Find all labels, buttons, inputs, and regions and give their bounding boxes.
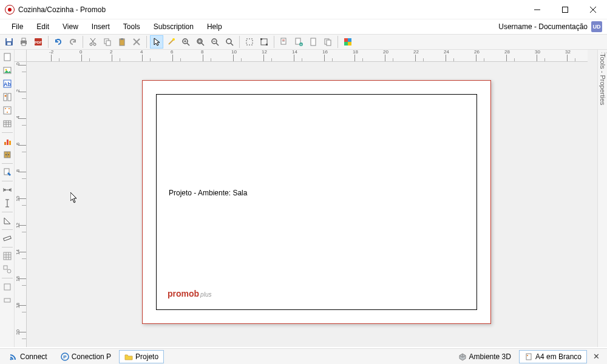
- tool-dim-v-button[interactable]: [1, 197, 13, 209]
- zoom-in-button[interactable]: [179, 35, 192, 49]
- svg-rect-36: [246, 39, 253, 45]
- paste-button[interactable]: [115, 35, 129, 49]
- tool-shapes-button[interactable]: [1, 263, 13, 275]
- page-new-button[interactable]: +: [292, 35, 305, 49]
- tool-col3-button[interactable]: [1, 104, 13, 116]
- minimize-button[interactable]: [523, 0, 551, 19]
- save-icon: [4, 37, 14, 47]
- vertical-ruler[interactable]: [15, 62, 27, 347]
- maximize-button[interactable]: [551, 0, 579, 19]
- menu-tools[interactable]: Tools: [117, 20, 147, 33]
- image-icon: [2, 66, 12, 75]
- svg-rect-9: [22, 43, 25, 46]
- status-tab-label: Ambiente 3D: [469, 352, 511, 361]
- svg-rect-72: [9, 141, 11, 145]
- svg-rect-51: [344, 42, 348, 46]
- tool-table-button[interactable]: [1, 118, 13, 130]
- logo-main: promob: [168, 289, 199, 298]
- pdf-icon: PDF: [33, 37, 43, 47]
- right-panel[interactable]: ⋮ Tools - Properties: [597, 50, 607, 347]
- status-tab-projeto[interactable]: Projeto: [119, 350, 164, 363]
- page-boundary[interactable]: Projeto - Ambiente: Sala promobplus: [142, 80, 491, 324]
- zoom-button[interactable]: [223, 35, 236, 49]
- canvas-area[interactable]: Projeto - Ambiente: Sala promobplus: [27, 62, 588, 347]
- close-button[interactable]: [579, 0, 607, 19]
- status-tab-connect[interactable]: Connect: [4, 350, 53, 363]
- menu-insert[interactable]: Insert: [85, 20, 117, 33]
- color-swatch-button[interactable]: [341, 35, 354, 49]
- window-controls: [523, 0, 607, 19]
- username-label: Username - Documentação: [498, 22, 588, 31]
- tool-col2-button[interactable]: [1, 91, 13, 103]
- svg-point-60: [4, 95, 6, 97]
- tool-edit-button[interactable]: [1, 166, 13, 178]
- undo-button[interactable]: [52, 35, 65, 49]
- page-content[interactable]: Projeto - Ambiente: Sala promobplus: [156, 94, 477, 310]
- dim-h-icon: [2, 185, 12, 195]
- user-badge[interactable]: UD: [591, 21, 602, 32]
- page-icon: [2, 52, 12, 62]
- toolbar-separator: [146, 36, 147, 48]
- pdf-button[interactable]: PDF: [32, 35, 45, 49]
- tool-ruler-button[interactable]: [1, 232, 13, 244]
- tool-shape1-button[interactable]: [1, 281, 13, 293]
- delete-icon: [132, 37, 141, 47]
- tool-grid-button[interactable]: [1, 250, 13, 262]
- frame-sel-button[interactable]: [257, 35, 271, 49]
- status-tab-ambiente-3d[interactable]: Ambiente 3D: [453, 350, 517, 363]
- menu-edit[interactable]: Edit: [30, 20, 56, 33]
- svg-rect-1: [563, 7, 568, 12]
- right-panel-label: Tools - Properties: [599, 53, 606, 106]
- tool-image-button[interactable]: [1, 64, 13, 76]
- save-button[interactable]: [2, 35, 16, 49]
- svg-rect-19: [121, 38, 123, 40]
- copy-button[interactable]: [101, 35, 114, 49]
- pointer-button[interactable]: [150, 35, 163, 49]
- svg-rect-46: [311, 38, 316, 46]
- zoom-fit-icon: [195, 37, 205, 47]
- svg-rect-90: [4, 266, 7, 269]
- menu-view[interactable]: View: [56, 20, 85, 33]
- tool-chart-button[interactable]: [1, 135, 13, 147]
- status-close-button[interactable]: ✕: [589, 352, 603, 361]
- tool-shape2-button[interactable]: [1, 294, 13, 306]
- horizontal-ruler[interactable]: [27, 50, 588, 62]
- cabinet-icon: [2, 150, 12, 160]
- tool-tri-button[interactable]: [1, 215, 13, 227]
- zoom-out-button[interactable]: [208, 35, 222, 49]
- print-button[interactable]: [17, 35, 30, 49]
- redo-button[interactable]: [66, 35, 80, 49]
- frame-button[interactable]: [243, 35, 256, 49]
- zoom-fit-button[interactable]: [194, 35, 207, 49]
- page-text-block[interactable]: Projeto - Ambiente: Sala: [169, 189, 247, 197]
- ruler-icon: [2, 234, 12, 243]
- svg-rect-39: [266, 44, 268, 46]
- cube-icon: [458, 352, 467, 361]
- delete-button[interactable]: [130, 35, 143, 49]
- page-copy-button[interactable]: [321, 35, 334, 49]
- page-copy-icon: [323, 37, 333, 47]
- status-tab-a4-em-branco[interactable]: A4 em Branco: [519, 350, 587, 363]
- magic-button[interactable]: [164, 35, 178, 49]
- page-blank-button[interactable]: [307, 35, 320, 49]
- svg-point-34: [226, 39, 231, 44]
- menu-file[interactable]: File: [5, 20, 30, 33]
- page-new-icon: +: [294, 37, 304, 47]
- shape2-icon: [2, 295, 12, 305]
- menu-help[interactable]: Help: [200, 20, 229, 33]
- svg-text:Ab: Ab: [4, 81, 11, 87]
- menu-subscription[interactable]: Subscription: [147, 20, 200, 33]
- svg-line-35: [231, 43, 233, 46]
- rss-icon: [9, 352, 18, 361]
- svg-rect-70: [4, 142, 6, 145]
- toolbox-separator: [2, 278, 13, 278]
- cut-button[interactable]: [86, 35, 100, 49]
- tool-cabinet-button[interactable]: [1, 149, 13, 161]
- page-list-button[interactable]: [277, 35, 291, 49]
- page-logo: promobplus: [168, 289, 211, 298]
- tool-text-ab-button[interactable]: Ab: [1, 78, 13, 90]
- tool-dim-h-button[interactable]: [1, 184, 13, 196]
- print-icon: [19, 37, 29, 47]
- tool-page-button[interactable]: [1, 51, 13, 63]
- status-tab-conection-p[interactable]: PConection P: [55, 350, 117, 363]
